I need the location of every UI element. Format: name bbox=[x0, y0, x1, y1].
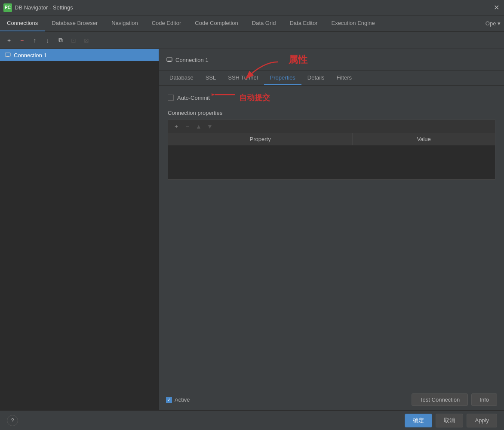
left-panel: Connection 1 bbox=[0, 49, 159, 410]
props-up-button[interactable]: ▲ bbox=[194, 122, 203, 131]
move-up-button[interactable]: ↑ bbox=[29, 35, 40, 46]
props-tbody bbox=[168, 145, 495, 180]
props-down-button[interactable]: ▼ bbox=[205, 122, 215, 131]
footer-buttons: 确定 取消 Apply bbox=[405, 414, 497, 427]
tabbar: Connections Database Browser Navigation … bbox=[0, 15, 504, 32]
connection-icon bbox=[4, 52, 11, 58]
subtabbar: Database SSL SSH Tunnel Properties Detai… bbox=[159, 71, 504, 86]
tab-execution-engine[interactable]: Execution Engine bbox=[324, 15, 381, 31]
subtab-details[interactable]: Details bbox=[301, 71, 331, 85]
info-button[interactable]: Info bbox=[471, 393, 497, 406]
props-col-value: Value bbox=[353, 133, 495, 145]
connection-item[interactable]: Connection 1 bbox=[0, 49, 159, 61]
export-button[interactable]: ⊠ bbox=[81, 35, 92, 46]
main-content: Connection 1 Connection 1 属性 bbox=[0, 49, 504, 410]
auto-commit-label: Auto-Commit bbox=[177, 95, 210, 101]
svg-rect-0 bbox=[5, 53, 10, 56]
right-panel: Connection 1 属性 Database SSL SSH Tu bbox=[159, 49, 504, 410]
auto-commit-checkbox[interactable] bbox=[168, 95, 174, 101]
copy-button[interactable]: ⧉ bbox=[55, 35, 66, 46]
chinese-annotation-autocommit: 自动提交 bbox=[239, 93, 270, 102]
close-button[interactable]: ✕ bbox=[492, 3, 501, 12]
titlebar: PC DB Navigator - Settings ✕ bbox=[0, 0, 504, 15]
ok-button[interactable]: 确定 bbox=[405, 414, 432, 427]
active-row: Active bbox=[166, 396, 190, 403]
add-connection-button[interactable]: + bbox=[3, 35, 15, 46]
props-empty-row bbox=[168, 145, 495, 180]
svg-rect-3 bbox=[167, 58, 172, 61]
props-toolbar: + − ▲ ▼ bbox=[168, 120, 495, 133]
tab-database-browser[interactable]: Database Browser bbox=[45, 15, 104, 31]
svg-rect-2 bbox=[6, 57, 10, 57]
svg-rect-1 bbox=[6, 56, 9, 57]
connection-name: Connection 1 bbox=[14, 52, 47, 58]
tab-data-editor[interactable]: Data Editor bbox=[283, 15, 324, 31]
props-col-property: Property bbox=[168, 133, 353, 145]
tab-data-grid[interactable]: Data Grid bbox=[245, 15, 283, 31]
app-icon: PC bbox=[3, 3, 12, 12]
test-connection-button[interactable]: Test Connection bbox=[412, 393, 468, 406]
tab-more[interactable]: Ope ▾ bbox=[482, 15, 504, 31]
move-down-button[interactable]: ↓ bbox=[42, 35, 53, 46]
props-add-button[interactable]: + bbox=[172, 122, 181, 131]
content-area: Auto-Commit 自动提交 bbox=[159, 86, 504, 389]
conn-header-title: Connection 1 bbox=[175, 57, 209, 63]
subtab-filters[interactable]: Filters bbox=[331, 71, 358, 85]
subtab-ssl[interactable]: SSL bbox=[200, 71, 222, 85]
tab-connections[interactable]: Connections bbox=[0, 15, 45, 31]
subtab-database[interactable]: Database bbox=[163, 71, 200, 85]
apply-button[interactable]: Apply bbox=[467, 414, 497, 427]
active-label: Active bbox=[175, 396, 190, 403]
remove-connection-button[interactable]: − bbox=[16, 35, 28, 46]
conn-header: Connection 1 属性 bbox=[159, 49, 504, 71]
svg-rect-5 bbox=[167, 61, 172, 62]
conn-header-icon bbox=[166, 56, 173, 63]
conn-props-label: Connection properties bbox=[168, 110, 495, 116]
auto-commit-annotation-container: 自动提交 bbox=[218, 92, 270, 103]
bottom-buttons: Test Connection Info bbox=[412, 393, 497, 406]
chinese-annotation-properties: 属性 bbox=[289, 53, 307, 66]
footer: ? 确定 取消 Apply bbox=[0, 410, 504, 430]
cancel-button[interactable]: 取消 bbox=[436, 414, 463, 427]
conn-props-section: Connection properties + − ▲ ▼ Property V… bbox=[168, 110, 495, 180]
toolbar: + − ↑ ↓ ⧉ ⊡ ⊠ bbox=[0, 32, 504, 49]
tab-code-completion[interactable]: Code Completion bbox=[188, 15, 245, 31]
auto-commit-row: Auto-Commit 自动提交 bbox=[168, 92, 495, 103]
svg-rect-4 bbox=[168, 61, 171, 61]
titlebar-title: DB Navigator - Settings bbox=[15, 4, 73, 11]
tab-code-editor[interactable]: Code Editor bbox=[145, 15, 188, 31]
props-table: Property Value bbox=[168, 133, 495, 180]
tab-navigation[interactable]: Navigation bbox=[104, 15, 144, 31]
paste-button[interactable]: ⊡ bbox=[68, 35, 79, 46]
help-button[interactable]: ? bbox=[7, 415, 18, 426]
bottom-row: Active Test Connection Info bbox=[159, 389, 504, 410]
titlebar-left: PC DB Navigator - Settings bbox=[3, 3, 73, 12]
auto-commit-section: Auto-Commit 自动提交 bbox=[168, 92, 495, 103]
props-remove-button[interactable]: − bbox=[183, 122, 192, 131]
active-checkbox[interactable] bbox=[166, 397, 172, 403]
